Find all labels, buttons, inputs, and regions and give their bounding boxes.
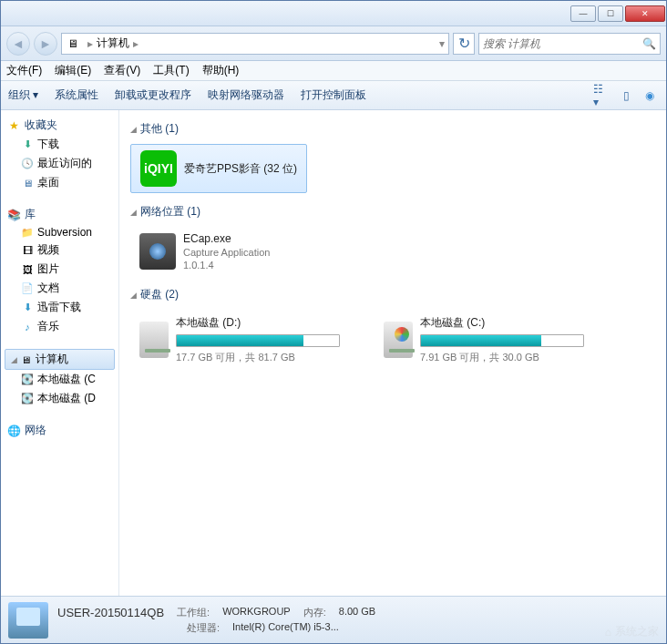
sidebar-item-drive-d[interactable]: 💽本地磁盘 (D bbox=[1, 389, 118, 408]
explorer-window: — ☐ ✕ ◄ ► 🖥 ▸ 计算机 ▸ ▾ ↻ 🔍 文件(F) 编辑(E) 查看… bbox=[0, 0, 667, 644]
thunder-icon: ⬇ bbox=[21, 302, 34, 314]
video-icon: 🎞 bbox=[21, 244, 34, 257]
download-icon: ⬇ bbox=[21, 138, 34, 151]
chevron-right-icon: ▸ bbox=[133, 37, 139, 50]
status-workgroup: WORKGROUP bbox=[222, 606, 291, 619]
picture-icon: 🖼 bbox=[21, 263, 34, 276]
iqiyi-icon: iQIYI bbox=[140, 150, 177, 187]
sidebar-libraries-header[interactable]: 📚 库 bbox=[1, 205, 118, 224]
navbar: ◄ ► 🖥 ▸ 计算机 ▸ ▾ ↻ 🔍 bbox=[1, 26, 666, 61]
status-computer-name: USER-20150114QB bbox=[57, 606, 164, 619]
camera-icon bbox=[139, 233, 176, 270]
drive-info: 17.7 GB 可用，共 81.7 GB bbox=[176, 351, 340, 364]
titlebar: — ☐ ✕ bbox=[1, 1, 666, 26]
status-details: USER-20150114QB 工作组: WORKGROUP 内存: 8.00 … bbox=[57, 606, 375, 635]
library-icon: 📚 bbox=[6, 208, 21, 222]
breadcrumb-item[interactable]: 计算机 bbox=[97, 36, 129, 51]
breadcrumb[interactable]: 🖥 ▸ 计算机 ▸ ▾ bbox=[61, 33, 449, 55]
item-title: 爱奇艺PPS影音 (32 位) bbox=[184, 161, 297, 177]
collapse-icon: ◢ bbox=[130, 125, 137, 134]
drive-icon: 💽 bbox=[21, 373, 34, 386]
computer-large-icon bbox=[8, 602, 48, 639]
group-network-location[interactable]: ◢网络位置 (1) bbox=[130, 204, 655, 220]
sidebar-network: 🌐 网络 bbox=[1, 421, 118, 440]
drive-usage-bar bbox=[176, 334, 340, 347]
sidebar-item-recent[interactable]: 🕓最近访问的 bbox=[1, 154, 118, 173]
chevron-right-icon: ▸ bbox=[87, 37, 93, 50]
sidebar-computer-header[interactable]: ◢ 🖥 计算机 bbox=[5, 349, 115, 370]
status-memory-label: 内存: bbox=[303, 606, 326, 619]
nav-forward-button[interactable]: ► bbox=[34, 32, 57, 56]
sidebar-item-desktop[interactable]: 🖥桌面 bbox=[1, 173, 118, 192]
sidebar-favorites: ★ 收藏夹 ⬇下载 🕓最近访问的 🖥桌面 bbox=[1, 116, 118, 192]
sidebar-network-header[interactable]: 🌐 网络 bbox=[1, 421, 118, 440]
sidebar-item-pictures[interactable]: 🖼图片 bbox=[1, 260, 118, 279]
search-input[interactable] bbox=[483, 37, 642, 50]
sidebar-item-thunder[interactable]: ⬇迅雷下载 bbox=[1, 298, 118, 317]
status-memory: 8.00 GB bbox=[339, 606, 375, 619]
sidebar-item-drive-c[interactable]: 💽本地磁盘 (C bbox=[1, 370, 118, 389]
content-pane: ◢其他 (1) iQIYI 爱奇艺PPS影音 (32 位) ◢网络位置 (1) … bbox=[119, 110, 666, 596]
toolbar-organize[interactable]: 组织 ▾ bbox=[8, 87, 38, 103]
help-icon[interactable]: ◉ bbox=[641, 87, 659, 105]
item-ecap[interactable]: ECap.exe Capture Application 1.0.1.4 bbox=[130, 227, 279, 276]
refresh-button[interactable]: ↻ bbox=[453, 33, 475, 55]
network-icon: 🌐 bbox=[6, 424, 21, 438]
collapse-icon: ◢ bbox=[130, 208, 137, 217]
drive-title: 本地磁盘 (C:) bbox=[420, 315, 584, 331]
sidebar-item-subversion[interactable]: 📁Subversion bbox=[1, 224, 118, 240]
minimize-button[interactable]: — bbox=[570, 5, 596, 22]
document-icon: 📄 bbox=[21, 282, 34, 295]
sidebar-favorites-header[interactable]: ★ 收藏夹 bbox=[1, 116, 118, 135]
sidebar-item-downloads[interactable]: ⬇下载 bbox=[1, 135, 118, 154]
menubar: 文件(F) 编辑(E) 查看(V) 工具(T) 帮助(H) bbox=[1, 61, 666, 81]
close-button[interactable]: ✕ bbox=[625, 5, 665, 22]
menu-help[interactable]: 帮助(H) bbox=[202, 63, 240, 78]
collapse-icon: ◢ bbox=[130, 291, 137, 300]
toolbar-system-properties[interactable]: 系统属性 bbox=[55, 87, 98, 103]
expand-icon[interactable]: ◢ bbox=[11, 355, 17, 364]
status-cpu: Intel(R) Core(TM) i5-3... bbox=[232, 621, 339, 635]
dropdown-icon[interactable]: ▾ bbox=[439, 37, 445, 50]
group-other[interactable]: ◢其他 (1) bbox=[130, 121, 655, 137]
preview-pane-icon[interactable]: ▯ bbox=[617, 87, 635, 105]
view-mode-icon[interactable]: ☷ ▾ bbox=[593, 87, 611, 105]
menu-file[interactable]: 文件(F) bbox=[6, 63, 42, 78]
item-title: ECap.exe bbox=[183, 232, 270, 245]
music-icon: ♪ bbox=[21, 321, 34, 333]
item-drive-d[interactable]: 本地磁盘 (D:) 17.7 GB 可用，共 81.7 GB bbox=[130, 310, 349, 370]
group-disks[interactable]: ◢硬盘 (2) bbox=[130, 287, 655, 302]
sidebar-item-videos[interactable]: 🎞视频 bbox=[1, 240, 118, 260]
drive-info: 7.91 GB 可用，共 30.0 GB bbox=[420, 351, 584, 364]
menu-view[interactable]: 查看(V) bbox=[104, 63, 140, 78]
menu-edit[interactable]: 编辑(E) bbox=[55, 63, 91, 78]
window-controls: — ☐ ✕ bbox=[570, 5, 666, 22]
status-workgroup-label: 工作组: bbox=[177, 606, 210, 619]
statusbar: USER-20150114QB 工作组: WORKGROUP 内存: 8.00 … bbox=[1, 596, 666, 643]
body: ★ 收藏夹 ⬇下载 🕓最近访问的 🖥桌面 📚 库 📁Subversion 🎞视频… bbox=[1, 110, 666, 596]
menu-tools[interactable]: 工具(T) bbox=[153, 63, 189, 78]
watermark: ⌂ 系统之家 bbox=[605, 624, 659, 639]
sidebar-computer: ◢ 🖥 计算机 💽本地磁盘 (C 💽本地磁盘 (D bbox=[1, 349, 118, 408]
sidebar-item-documents[interactable]: 📄文档 bbox=[1, 279, 118, 298]
search-box[interactable]: 🔍 bbox=[478, 33, 661, 55]
folder-icon: 📁 bbox=[21, 226, 34, 239]
computer-icon: 🖥 bbox=[66, 36, 80, 51]
sidebar-item-music[interactable]: ♪音乐 bbox=[1, 317, 118, 336]
nav-back-button[interactable]: ◄ bbox=[6, 32, 30, 56]
item-iqiyi[interactable]: iQIYI 爱奇艺PPS影音 (32 位) bbox=[130, 144, 307, 193]
desktop-icon: 🖥 bbox=[21, 177, 34, 189]
toolbar-control-panel[interactable]: 打开控制面板 bbox=[301, 87, 366, 103]
hard-drive-icon bbox=[139, 322, 169, 358]
item-subtitle: Capture Application bbox=[183, 247, 270, 258]
sidebar: ★ 收藏夹 ⬇下载 🕓最近访问的 🖥桌面 📚 库 📁Subversion 🎞视频… bbox=[1, 110, 119, 596]
item-version: 1.0.1.4 bbox=[183, 260, 270, 271]
item-drive-c[interactable]: 本地磁盘 (C:) 7.91 GB 可用，共 30.0 GB bbox=[375, 310, 593, 370]
toolbar-map-drive[interactable]: 映射网络驱动器 bbox=[208, 87, 284, 103]
search-icon[interactable]: 🔍 bbox=[642, 37, 656, 50]
drive-usage-bar bbox=[420, 334, 584, 347]
sidebar-libraries: 📚 库 📁Subversion 🎞视频 🖼图片 📄文档 ⬇迅雷下载 ♪音乐 bbox=[1, 205, 118, 336]
drive-title: 本地磁盘 (D:) bbox=[176, 315, 340, 331]
toolbar-uninstall[interactable]: 卸载或更改程序 bbox=[115, 87, 191, 103]
maximize-button[interactable]: ☐ bbox=[598, 5, 623, 22]
